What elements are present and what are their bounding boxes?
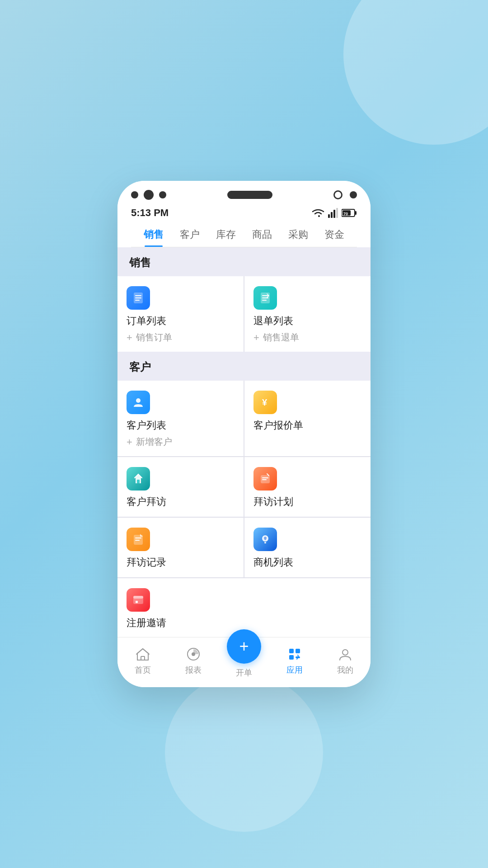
home-icon xyxy=(134,646,151,663)
svg-point-37 xyxy=(192,652,195,656)
customer-grid: 客户列表 + 新增客户 ¥ 客户报价单 xyxy=(117,381,371,637)
open-plus-icon: + xyxy=(239,638,249,655)
svg-rect-10 xyxy=(135,297,141,298)
visit-record-icon xyxy=(127,528,150,551)
menu-cell-customer-list[interactable]: 客户列表 + 新增客户 xyxy=(117,381,244,456)
dot4 xyxy=(350,191,357,198)
tab-finance[interactable]: 资金 xyxy=(316,223,352,247)
svg-point-16 xyxy=(136,398,141,403)
dot2 xyxy=(144,190,154,200)
svg-rect-35 xyxy=(141,656,145,660)
menu-cell-order-list[interactable]: 订单列表 + 销售订单 xyxy=(117,276,244,352)
visit-record-label: 拜访记录 xyxy=(127,556,166,569)
nav-home[interactable]: 首页 xyxy=(117,646,168,675)
dot3 xyxy=(159,191,166,198)
tab-product[interactable]: 商品 xyxy=(244,223,280,247)
svg-rect-5 xyxy=(355,211,357,215)
svg-rect-28 xyxy=(133,596,143,599)
status-bar: 5:13 PM xyxy=(131,205,357,223)
svg-rect-29 xyxy=(136,601,138,603)
customer-section-title: 客户 xyxy=(129,361,151,373)
opportunity-label: 商机列表 xyxy=(253,556,293,569)
section-customer: 客户 客户列表 + 新增客户 xyxy=(117,352,371,637)
open-center-button[interactable]: + xyxy=(227,629,261,664)
opportunity-icon xyxy=(253,528,277,551)
menu-cell-customer-price[interactable]: ¥ 客户报价单 xyxy=(244,381,371,456)
app-label: 应用 xyxy=(286,665,303,675)
tab-nav: 销售 客户 库存 商品 采购 资金 xyxy=(131,223,357,247)
sales-section-title: 销售 xyxy=(129,256,151,269)
svg-rect-0 xyxy=(328,214,330,218)
svg-rect-13 xyxy=(262,295,268,296)
svg-rect-24 xyxy=(135,540,140,541)
svg-rect-15 xyxy=(262,300,267,301)
section-sales: 销售 订单列表 + 销售订单 xyxy=(117,247,371,352)
register-invite-icon xyxy=(127,588,150,612)
customer-price-label: 客户报价单 xyxy=(253,419,303,432)
camera-dots-left xyxy=(131,190,166,200)
customer-visit-label: 客户拜访 xyxy=(127,495,166,509)
nav-report[interactable]: 报表 xyxy=(168,646,219,675)
customer-price-icon: ¥ xyxy=(253,391,277,414)
svg-rect-40 xyxy=(289,655,294,660)
order-list-icon xyxy=(127,286,150,310)
nav-open[interactable]: + 开单 xyxy=(219,643,269,678)
visit-plan-icon xyxy=(253,467,277,491)
customer-section-header: 客户 xyxy=(117,352,371,381)
svg-rect-9 xyxy=(135,295,141,296)
sales-section-header: 销售 xyxy=(117,247,371,276)
svg-rect-1 xyxy=(331,212,333,218)
report-label: 报表 xyxy=(185,665,202,675)
camera-dots-right xyxy=(333,190,357,199)
svg-rect-14 xyxy=(262,297,268,298)
order-list-label: 订单列表 xyxy=(127,314,166,328)
add-sales-order[interactable]: + 销售订单 xyxy=(127,331,172,344)
dot-outline1 xyxy=(333,190,343,199)
status-time: 5:13 PM xyxy=(131,207,169,219)
home-label: 首页 xyxy=(135,665,151,675)
menu-cell-register-invite[interactable]: 注册邀请 xyxy=(117,578,371,637)
menu-cell-customer-visit[interactable]: 客户拜访 xyxy=(117,457,244,517)
tab-inventory[interactable]: 库存 xyxy=(208,223,244,247)
tab-purchase[interactable]: 采购 xyxy=(280,223,316,247)
mine-label: 我的 xyxy=(337,665,353,675)
add-sales-return[interactable]: + 销售退单 xyxy=(253,331,299,344)
phone-top: 5:13 PM xyxy=(117,181,371,247)
svg-rect-20 xyxy=(262,477,268,478)
svg-text:¥: ¥ xyxy=(262,397,267,407)
report-icon xyxy=(185,646,202,663)
menu-cell-visit-record[interactable]: 拜访记录 xyxy=(117,518,244,577)
svg-rect-23 xyxy=(135,538,141,538)
status-icons: 70 xyxy=(312,208,357,218)
battery-icon: 70 xyxy=(342,208,357,217)
svg-point-42 xyxy=(343,650,348,655)
visit-plan-label: 拜访计划 xyxy=(253,495,293,509)
menu-cell-visit-plan[interactable]: 拜访计划 xyxy=(244,457,371,517)
customer-list-label: 客户列表 xyxy=(127,419,166,432)
return-list-label: 退单列表 xyxy=(253,314,293,328)
sales-grid: 订单列表 + 销售订单 xyxy=(117,276,371,352)
add-customer[interactable]: + 新增客户 xyxy=(127,436,172,448)
svg-rect-2 xyxy=(333,210,335,218)
pill-notch xyxy=(227,191,272,199)
tab-customer[interactable]: 客户 xyxy=(172,223,208,247)
nav-app[interactable]: 应用 xyxy=(269,646,320,675)
svg-rect-26 xyxy=(264,542,266,543)
phone-frame: 5:13 PM xyxy=(117,181,371,687)
svg-rect-38 xyxy=(289,649,294,653)
signal-icon xyxy=(328,208,338,218)
nav-mine[interactable]: 我的 xyxy=(320,646,371,675)
bottom-nav: 首页 报表 + 开单 xyxy=(117,637,371,687)
register-invite-label: 注册邀请 xyxy=(127,616,166,630)
wifi-icon xyxy=(312,208,324,218)
svg-rect-39 xyxy=(296,649,300,653)
svg-text:70: 70 xyxy=(343,212,348,216)
customer-visit-icon xyxy=(127,467,150,491)
menu-cell-return-list[interactable]: 退单列表 + 销售退单 xyxy=(244,276,371,352)
app-icon xyxy=(286,646,303,663)
svg-rect-11 xyxy=(135,300,140,301)
camera-row xyxy=(131,190,357,200)
content-area: 销售 订单列表 + 销售订单 xyxy=(117,247,371,637)
menu-cell-opportunity[interactable]: 商机列表 xyxy=(244,518,371,577)
tab-sales[interactable]: 销售 xyxy=(136,223,172,247)
